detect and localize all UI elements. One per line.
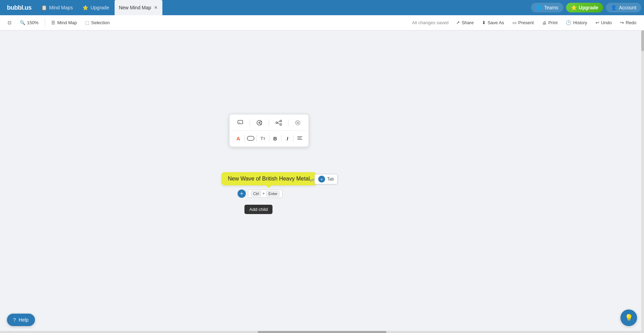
save-as-button[interactable]: ⬇ Save As — [478, 18, 508, 27]
new-mind-map-label: New Mind Map — [119, 5, 151, 10]
tab-label: Tab — [327, 177, 334, 182]
toolbar: ⊡ 🔍 150% ☰ Mind Map ⬚ Selection All chan… — [0, 15, 644, 30]
svg-line-10 — [277, 121, 280, 122]
history-button[interactable]: 🕐 History — [562, 18, 590, 27]
close-tab-icon[interactable]: ✕ — [153, 4, 158, 11]
save-as-icon: ⬇ — [482, 20, 486, 25]
tab-mind-maps[interactable]: 📋 Mind Maps — [37, 0, 77, 15]
shortcut-hint: Ctrl + Enter — [248, 189, 283, 198]
connect-button[interactable] — [272, 117, 285, 128]
teams-button[interactable]: 🌐 Teams — [531, 3, 563, 12]
selection-label: Selection — [91, 20, 109, 25]
svg-point-9 — [280, 124, 281, 126]
svg-line-11 — [277, 123, 280, 124]
scrollbar-thumb[interactable] — [641, 30, 644, 51]
undo-button[interactable]: ↩ Undo — [592, 18, 615, 27]
svg-point-5 — [260, 121, 262, 122]
history-icon: 🕐 — [566, 20, 571, 25]
upgrade-star-icon: ⭐ — [571, 5, 577, 10]
upgrade-button[interactable]: ⭐ Upgrade — [566, 3, 603, 12]
teams-label: Teams — [544, 5, 558, 10]
font-size-button[interactable]: Tт — [257, 133, 269, 144]
fit-view-icon: ⊡ — [8, 20, 11, 25]
present-icon: ▭ — [512, 20, 517, 25]
top-nav: bubbl.us 📋 Mind Maps ⭐ Upgrade New Mind … — [0, 0, 644, 15]
help-icon: ? — [13, 317, 16, 323]
align-button[interactable] — [294, 133, 306, 144]
tab-new-mind-map[interactable]: New Mind Map ✕ — [115, 0, 162, 15]
font-color-button[interactable]: A — [232, 133, 244, 144]
mind-map-button[interactable]: ☰ Mind Map — [48, 18, 80, 27]
redo-button[interactable]: ↪ Redo — [617, 18, 640, 27]
mind-map-btn-label: Mind Map — [57, 20, 77, 25]
svg-text:T: T — [239, 122, 241, 124]
ft-sep-2 — [269, 119, 269, 126]
svg-point-6 — [260, 123, 262, 125]
upgrade-label: Upgrade — [90, 5, 109, 10]
bold-button[interactable]: B — [269, 133, 281, 144]
logo[interactable]: bubbl.us — [3, 4, 36, 11]
save-status: All changes saved — [412, 20, 449, 25]
upgrade-btn-label: Upgrade — [579, 5, 599, 10]
node-text: New Wave of British Heavy Metal — [228, 176, 310, 182]
add-child-tooltip: Add child — [244, 205, 272, 214]
mind-maps-icon: 📋 — [41, 5, 47, 10]
share-button[interactable]: ↗ Share — [453, 18, 477, 27]
teams-globe-icon: 🌐 — [536, 5, 542, 10]
undo-label: Undo — [601, 20, 612, 25]
account-button[interactable]: 👤 Account — [606, 3, 641, 12]
tab-add-button[interactable]: + Tab — [314, 174, 338, 184]
share-icon: ↗ — [456, 20, 460, 25]
mind-map-icon: ☰ — [51, 20, 55, 25]
present-label: Present — [518, 20, 534, 25]
lightbulb-button[interactable]: 💡 — [620, 309, 637, 326]
history-label: History — [573, 20, 587, 25]
toolbar-right: All changes saved ↗ Share ⬇ Save As ▭ Pr… — [412, 18, 640, 27]
help-label: Help — [19, 317, 29, 323]
selection-button[interactable]: ⬚ Selection — [82, 18, 113, 27]
account-label: Account — [619, 5, 636, 10]
ft-sep-3 — [288, 119, 288, 126]
style-button[interactable]: T — [234, 117, 247, 128]
canvas[interactable]: T — [0, 30, 644, 333]
add-child-row: + Ctrl + Enter — [238, 189, 283, 198]
print-button[interactable]: 🖨 Print — [539, 18, 561, 27]
mind-maps-label: Mind Maps — [49, 5, 73, 10]
selection-icon: ⬚ — [85, 20, 89, 25]
add-child-plus-icon[interactable]: + — [238, 189, 246, 198]
svg-point-7 — [276, 122, 277, 124]
ft-row-2: A Tт B I — [232, 133, 306, 144]
divider-1 — [45, 19, 45, 27]
node-wrapper: New Wave of British Heavy Metal ✏ — [222, 172, 316, 185]
plus-separator: + — [262, 191, 265, 196]
redo-label: Redo — [626, 20, 636, 25]
zoom-level: 150% — [27, 20, 38, 25]
help-button[interactable]: ? Help — [7, 314, 35, 326]
add-node-button[interactable] — [253, 117, 266, 128]
present-button[interactable]: ▭ Present — [509, 18, 537, 27]
zoom-icon: 🔍 — [20, 20, 25, 25]
bottom-scrollbar[interactable] — [0, 331, 644, 333]
fit-view-button[interactable]: ⊡ — [4, 18, 15, 27]
italic-button[interactable]: I — [281, 133, 294, 144]
svg-rect-15 — [247, 136, 254, 140]
ft-row-1: T — [232, 117, 306, 128]
print-label: Print — [548, 20, 558, 25]
share-label: Share — [462, 20, 474, 25]
add-child-text: Add child — [249, 207, 268, 212]
shape-button[interactable] — [244, 133, 257, 144]
bottom-thumb[interactable] — [258, 331, 386, 333]
tab-plus-icon: + — [318, 176, 325, 183]
save-as-label: Save As — [488, 20, 504, 25]
close-node-button[interactable] — [292, 117, 304, 128]
undo-icon: ↩ — [596, 20, 599, 25]
ft-sep-1 — [250, 119, 250, 126]
zoom-button[interactable]: 🔍 150% — [16, 18, 42, 27]
account-icon: 👤 — [611, 5, 617, 10]
lightbulb-icon: 💡 — [625, 314, 633, 322]
redo-icon: ↪ — [620, 20, 624, 25]
tab-upgrade[interactable]: ⭐ Upgrade — [78, 0, 113, 15]
floating-toolbar: T — [229, 114, 309, 147]
mind-map-node[interactable]: New Wave of British Heavy Metal ✏ — [222, 172, 316, 185]
scrollbar-right[interactable] — [641, 30, 644, 333]
